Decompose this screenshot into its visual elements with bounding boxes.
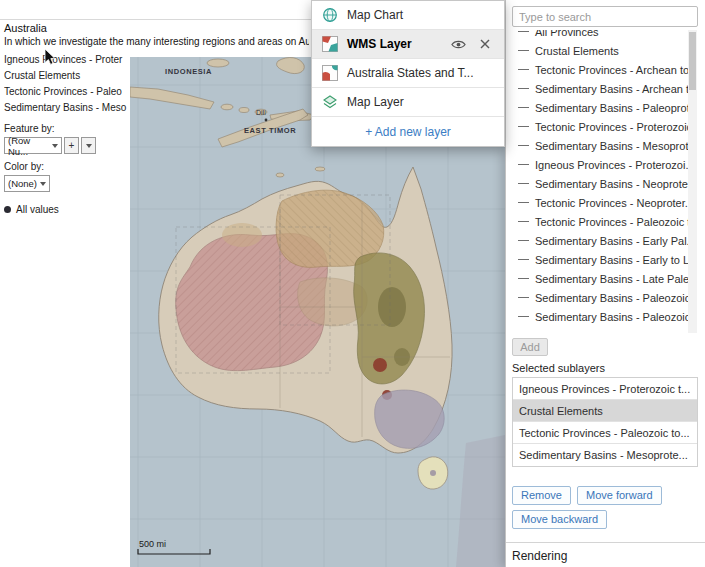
- all-values-item[interactable]: All values: [4, 204, 130, 215]
- layer-row-map-chart[interactable]: Map Chart: [312, 1, 504, 30]
- map-legend: Igneous Provinces - Proter Crustal Eleme…: [4, 52, 130, 215]
- available-sublayer[interactable]: Crustal Elements: [512, 41, 688, 60]
- layer-line-icon: [518, 221, 529, 222]
- available-sublayer[interactable]: Sedimentary Basins - Paleoprot...: [512, 98, 688, 117]
- layer-line-icon: [518, 69, 529, 70]
- layer-row-label: Australia States and T...: [347, 66, 474, 80]
- sublayer-label: Sedimentary Basins - Paleozoic...: [535, 292, 688, 304]
- available-sublayer[interactable]: Tectonic Provinces - Archean to...: [512, 60, 688, 79]
- color-swatch-dot: [4, 206, 11, 213]
- available-sublayer[interactable]: Sedimentary Basins - Paleozoic...: [512, 288, 688, 307]
- layer-line-icon: [518, 183, 529, 184]
- east-timor-label: EAST TIMOR: [244, 126, 296, 135]
- remove-button[interactable]: Remove: [512, 486, 571, 505]
- sublayer-label: Sedimentary Basins - Early to L...: [535, 254, 688, 266]
- sublayer-label: Tectonic Provinces - Archean to...: [535, 64, 688, 76]
- app-root: Australia In which we investigate the ma…: [0, 0, 705, 567]
- selected-sublayer[interactable]: Igneous Provinces - Proterozoic t...: [513, 378, 697, 400]
- available-sublayer[interactable]: Sedimentary Basins - Early Pal...: [512, 231, 688, 250]
- chevron-down-icon: [52, 144, 58, 148]
- available-sublayers-list: All Provinces Crustal Elements Tectonic …: [512, 30, 688, 333]
- layer-line-icon: [518, 164, 529, 165]
- available-sublayer[interactable]: Sedimentary Basins - Late Pale...: [512, 269, 688, 288]
- available-sublayer[interactable]: Sedimentary Basins - Mesoprot...: [512, 136, 688, 155]
- layer-row-australia-states[interactable]: Australia States and T...: [312, 59, 504, 88]
- mouse-cursor-icon: [44, 49, 55, 65]
- move-forward-button[interactable]: Move forward: [577, 486, 662, 505]
- add-button[interactable]: Add: [512, 338, 548, 356]
- feature-layer-icon: [322, 65, 338, 81]
- legend-layer-item[interactable]: Igneous Provinces - Proter: [4, 52, 130, 68]
- visibility-eye-icon[interactable]: [449, 36, 467, 52]
- sublayer-label: Sedimentary Basins - Paleoprot...: [535, 102, 688, 114]
- available-sublayer[interactable]: Sedimentary Basins - Paleozoic...: [512, 307, 688, 326]
- layer-line-icon: [518, 240, 529, 241]
- dili-label: Dili: [256, 109, 266, 116]
- layer-row-map-layer[interactable]: Map Layer: [312, 88, 504, 117]
- layer-line-icon: [518, 278, 529, 279]
- list-scrollbar[interactable]: [688, 30, 697, 333]
- indonesia-label: INDONESIA: [165, 67, 212, 76]
- feature-by-dropdown[interactable]: (Row Nu...: [4, 137, 62, 154]
- add-new-layer-link[interactable]: + Add new layer: [312, 117, 504, 146]
- layer-row-label: WMS Layer: [347, 37, 412, 51]
- available-sublayer[interactable]: All Provinces: [512, 30, 688, 41]
- layer-line-icon: [518, 126, 529, 127]
- scale-label: 500 mi: [139, 539, 166, 549]
- selected-sublayer[interactable]: Tectonic Provinces - Paleozoic to...: [513, 422, 697, 444]
- layer-line-icon: [518, 145, 529, 146]
- sublayer-label: Sedimentary Basins - Late Pale...: [535, 273, 688, 285]
- close-icon[interactable]: [476, 36, 494, 52]
- selected-sublayers-label: Selected sublayers: [512, 362, 605, 374]
- available-sublayer[interactable]: Sedimentary Basins - Neoprote...: [512, 174, 688, 193]
- dili-marker: [265, 119, 268, 122]
- sublayer-label: Sedimentary Basins - Mesoprot...: [535, 140, 688, 152]
- layer-line-icon: [518, 259, 529, 260]
- feature-by-value: (Row Nu...: [8, 135, 49, 157]
- column-menu-button[interactable]: [81, 137, 96, 154]
- legend-layer-item[interactable]: Sedimentary Basins - Meso: [4, 100, 130, 116]
- sublayer-label: Tectonic Provinces - Proterozoic: [535, 121, 688, 133]
- available-sublayer[interactable]: Tectonic Provinces - Paleozoic t...: [512, 212, 688, 231]
- sublayer-label: Sedimentary Basins - Paleozoic...: [535, 311, 688, 323]
- legend-layer-item[interactable]: Crustal Elements: [4, 68, 130, 84]
- layer-row-label: Map Chart: [347, 8, 403, 22]
- layer-row-wms[interactable]: WMS Layer: [312, 30, 504, 59]
- layer-line-icon: [518, 202, 529, 203]
- layer-line-icon: [518, 88, 529, 89]
- map-layer-icon: [322, 94, 338, 110]
- wms-settings-panel: All Provinces Crustal Elements Tectonic …: [505, 0, 705, 567]
- layer-line-icon: [518, 297, 529, 298]
- move-backward-button[interactable]: Move backward: [512, 510, 607, 529]
- scrollbar-thumb[interactable]: [689, 32, 696, 90]
- layers-flyout: Map Chart WMS Layer: [311, 0, 505, 147]
- legend-layer-item[interactable]: Tectonic Provinces - Paleo: [4, 84, 130, 100]
- color-by-dropdown[interactable]: (None): [4, 175, 50, 192]
- selected-sublayer[interactable]: Sedimentary Basins - Mesoprote...: [513, 444, 697, 466]
- sublayer-label: Tectonic Provinces - Paleozoic t...: [535, 216, 688, 228]
- available-sublayer[interactable]: Sedimentary Basins - Early to L...: [512, 250, 688, 269]
- viz-description: In which we investigate the many interes…: [4, 36, 309, 47]
- available-sublayer[interactable]: Sedimentary Basins - Archean t...: [512, 79, 688, 98]
- available-sublayer[interactable]: Tectonic Provinces - Proterozoic: [512, 117, 688, 136]
- section-divider: [506, 542, 705, 543]
- selected-sublayer[interactable]: Crustal Elements: [513, 400, 697, 422]
- available-sublayer[interactable]: Tectonic Provinces - Neoproter...: [512, 193, 688, 212]
- feature-by-label: Feature by:: [4, 123, 130, 134]
- search-input[interactable]: [512, 6, 698, 27]
- color-by-value: (None): [8, 178, 37, 189]
- selected-sublayers-list: Igneous Provinces - Proterozoic t... Cru…: [512, 377, 698, 467]
- viz-top-border: [0, 19, 311, 20]
- tasmania-region: [430, 470, 436, 476]
- sublayer-label: All Provinces: [535, 30, 599, 38]
- available-sublayer[interactable]: Igneous Provinces - Proterozoi...: [512, 155, 688, 174]
- page-title: Australia: [4, 22, 47, 34]
- layer-line-icon: [518, 50, 529, 51]
- wms-map-icon: [322, 36, 338, 52]
- sublayer-label: Crustal Elements: [535, 45, 619, 57]
- layer-line-icon: [518, 107, 529, 108]
- globe-icon: [322, 7, 338, 23]
- rendering-section-header[interactable]: Rendering: [512, 549, 567, 563]
- chevron-down-icon: [40, 182, 46, 186]
- add-column-button[interactable]: +: [64, 137, 79, 154]
